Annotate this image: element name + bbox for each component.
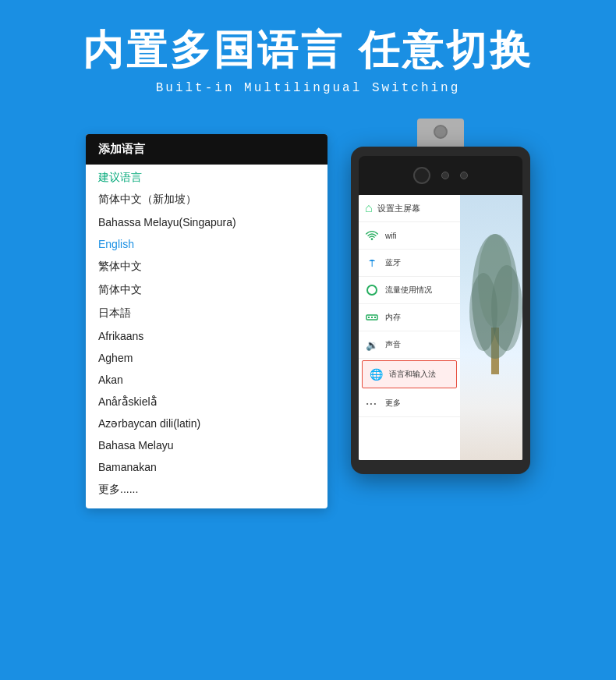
- language-icon: 🌐: [369, 367, 383, 381]
- home-icon: ⌂: [365, 201, 373, 215]
- language-list-item[interactable]: 简体中文: [86, 278, 327, 302]
- language-list-item[interactable]: Afrikaans: [86, 325, 327, 347]
- menu-item-label: 声音: [385, 339, 401, 350]
- settings-header: ⌂ 设置主屏幕: [359, 195, 460, 222]
- wallpaper: [460, 195, 522, 460]
- settings-panel: ⌂ 设置主屏幕 wifi⍑蓝牙流量使用情况内存🔉声音🌐语言和输入法•••更多: [359, 195, 460, 460]
- svg-rect-3: [371, 317, 373, 318]
- device-screen: ⌂ 设置主屏幕 wifi⍑蓝牙流量使用情况内存🔉声音🌐语言和输入法•••更多: [359, 195, 522, 460]
- ir-sensor-left: [441, 172, 449, 179]
- language-list-item[interactable]: Azərbaycan dili(latin): [86, 413, 327, 434]
- device-mount: [417, 119, 464, 147]
- menu-item-label: 蓝牙: [385, 257, 401, 268]
- device-mockup: ⌂ 设置主屏幕 wifi⍑蓝牙流量使用情况内存🔉声音🌐语言和输入法•••更多: [351, 147, 530, 474]
- page-header: 内置多国语言 任意切换 Built-in Multilingual Switch…: [0, 0, 616, 111]
- svg-rect-4: [374, 317, 376, 318]
- menu-item-label: 流量使用情况: [385, 285, 432, 296]
- language-panel: 添加语言 建议语言 简体中文（新加坡）Bahassa Melayu(Singap…: [86, 134, 327, 508]
- svg-rect-2: [368, 317, 370, 318]
- menu-item[interactable]: 内存: [359, 304, 460, 331]
- ir-sensor-right: [460, 172, 468, 179]
- bluetooth-icon: ⍑: [365, 256, 379, 270]
- menu-item-label: 更多: [385, 398, 401, 409]
- more-languages: 更多......: [86, 478, 327, 508]
- svg-point-0: [367, 285, 377, 295]
- language-list-item[interactable]: Bamanakan: [86, 456, 327, 478]
- menu-items-container: wifi⍑蓝牙流量使用情况内存🔉声音🌐语言和输入法•••更多: [359, 222, 460, 417]
- menu-item[interactable]: 流量使用情况: [359, 277, 460, 304]
- menu-item[interactable]: 🌐语言和输入法: [362, 360, 457, 388]
- title-english: Built-in Multilingual Switching: [0, 81, 616, 95]
- content-area: 添加语言 建议语言 简体中文（新加坡）Bahassa Melayu(Singap…: [0, 111, 616, 508]
- device-top-bar: [359, 156, 522, 195]
- language-list-item[interactable]: Bahassa Melayu(Singapura): [86, 211, 327, 233]
- language-list-item[interactable]: English: [86, 233, 327, 255]
- settings-title: 设置主屏幕: [377, 203, 420, 214]
- suggested-languages-title: 建议语言: [86, 165, 327, 188]
- title-chinese: 内置多国语言 任意切换: [0, 23, 616, 78]
- language-list: 简体中文（新加坡）Bahassa Melayu(Singapura)Englis…: [86, 188, 327, 478]
- language-list-item[interactable]: 繁体中文: [86, 255, 327, 278]
- camera-sensor: [413, 167, 430, 184]
- sound-icon: 🔉: [365, 338, 379, 352]
- menu-item-label: 内存: [385, 312, 401, 323]
- more-icon: •••: [365, 396, 379, 410]
- menu-item[interactable]: wifi: [359, 222, 460, 250]
- memory-icon: [365, 310, 379, 324]
- tree-decoration: [464, 218, 522, 374]
- menu-item[interactable]: ⍑蓝牙: [359, 250, 460, 277]
- language-list-item[interactable]: 日本語: [86, 302, 327, 325]
- data-icon: [365, 283, 379, 297]
- device-wrapper: ⌂ 设置主屏幕 wifi⍑蓝牙流量使用情况内存🔉声音🌐语言和输入法•••更多: [351, 119, 530, 474]
- menu-item[interactable]: •••更多: [359, 390, 460, 417]
- language-list-item[interactable]: Aghem: [86, 347, 327, 369]
- menu-item-label: 语言和输入法: [389, 369, 436, 380]
- language-panel-header: 添加语言: [86, 134, 327, 165]
- language-list-item[interactable]: Anårå̈skielå̈: [86, 391, 327, 413]
- menu-item[interactable]: 🔉声音: [359, 331, 460, 359]
- language-list-item[interactable]: 简体中文（新加坡）: [86, 188, 327, 211]
- language-list-item[interactable]: Akan: [86, 369, 327, 391]
- screen-inner: ⌂ 设置主屏幕 wifi⍑蓝牙流量使用情况内存🔉声音🌐语言和输入法•••更多: [359, 195, 522, 460]
- menu-item-label: wifi: [385, 232, 396, 240]
- language-list-item[interactable]: Bahasa Melayu: [86, 434, 327, 456]
- wifi-icon: [365, 228, 379, 243]
- svg-point-9: [478, 234, 512, 328]
